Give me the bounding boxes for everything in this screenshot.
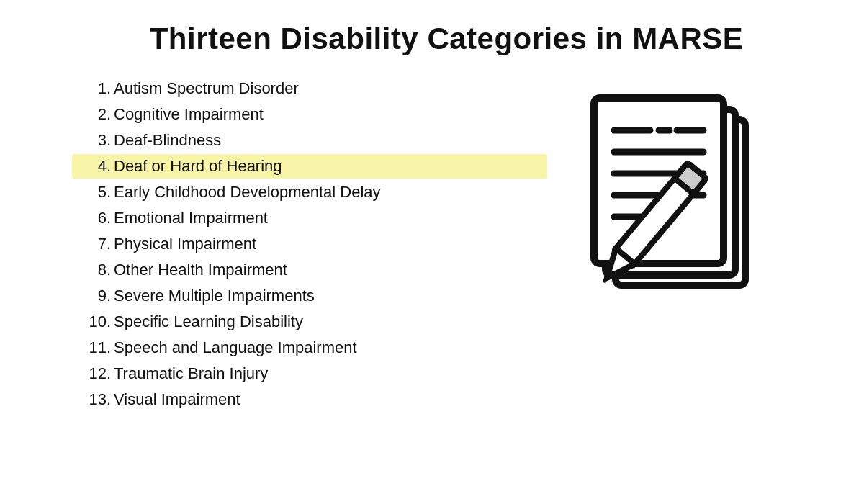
item-number: 1.	[76, 79, 111, 98]
item-text: Early Childhood Developmental Delay	[114, 183, 381, 202]
item-number: 13.	[76, 390, 111, 409]
item-text: Physical Impairment	[114, 235, 256, 253]
item-text: Other Health Impairment	[114, 261, 287, 279]
page-title: Thirteen Disability Categories in MARSE	[72, 22, 821, 56]
list-item: 6.Emotional Impairment	[72, 206, 547, 230]
item-text: Autism Spectrum Disorder	[114, 79, 299, 98]
item-number: 2.	[76, 105, 111, 124]
item-number: 6.	[76, 209, 111, 228]
item-number: 4.	[76, 157, 111, 176]
item-number: 7.	[76, 235, 111, 253]
list-item: 10.Specific Learning Disability	[72, 310, 547, 334]
list-item: 3.Deaf-Blindness	[72, 128, 547, 153]
list-item: 13.Visual Impairment	[72, 387, 547, 412]
item-text: Deaf-Blindness	[114, 131, 221, 150]
item-text: Specific Learning Disability	[114, 312, 303, 331]
item-text: Deaf or Hard of Hearing	[114, 157, 282, 176]
item-text: Emotional Impairment	[114, 209, 268, 228]
item-number: 11.	[76, 338, 111, 357]
item-text: Speech and Language Impairment	[114, 338, 357, 357]
item-text: Visual Impairment	[114, 390, 240, 409]
item-number: 9.	[76, 287, 111, 305]
list-item: 1.Autism Spectrum Disorder	[72, 76, 547, 101]
item-text: Severe Multiple Impairments	[114, 287, 315, 305]
list-item: 4.Deaf or Hard of Hearing	[72, 154, 547, 179]
list-item: 12.Traumatic Brain Injury	[72, 361, 547, 386]
list-item: 5.Early Childhood Developmental Delay	[72, 180, 547, 204]
content-area: 1.Autism Spectrum Disorder2.Cognitive Im…	[72, 76, 821, 482]
page-container: Thirteen Disability Categories in MARSE …	[0, 0, 864, 504]
item-number: 3.	[76, 131, 111, 150]
list-item: 8.Other Health Impairment	[72, 258, 547, 282]
item-text: Cognitive Impairment	[114, 105, 264, 124]
item-number: 10.	[76, 312, 111, 331]
item-number: 5.	[76, 183, 111, 202]
item-number: 8.	[76, 261, 111, 279]
disability-list: 1.Autism Spectrum Disorder2.Cognitive Im…	[72, 76, 547, 412]
list-item: 7.Physical Impairment	[72, 232, 547, 256]
item-number: 12.	[76, 364, 111, 383]
list-item: 9.Severe Multiple Impairments	[72, 284, 547, 308]
list-item: 2.Cognitive Impairment	[72, 102, 547, 127]
list-section: 1.Autism Spectrum Disorder2.Cognitive Im…	[72, 76, 576, 413]
icon-section	[576, 76, 821, 343]
list-item: 11.Speech and Language Impairment	[72, 336, 547, 360]
item-text: Traumatic Brain Injury	[114, 364, 268, 383]
document-pencil-icon	[587, 91, 810, 343]
